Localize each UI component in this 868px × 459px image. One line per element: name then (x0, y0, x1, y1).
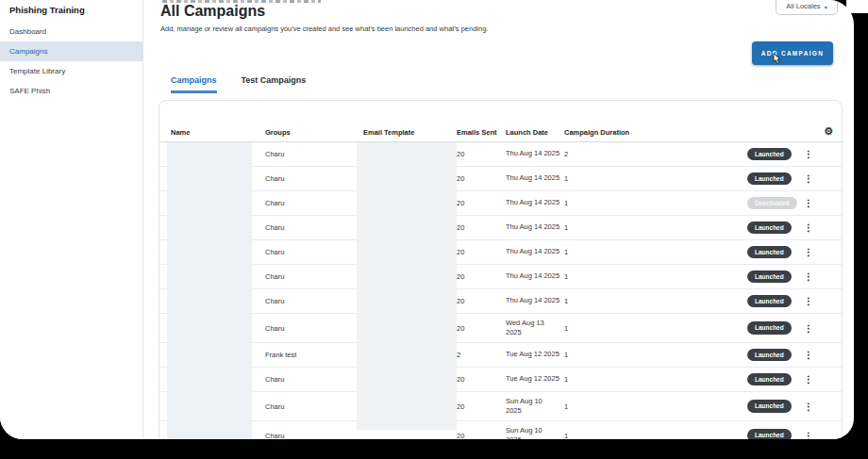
cell-emails-sent: 20 (457, 174, 506, 183)
cell-emails-sent: 2 (457, 351, 506, 359)
sidebar-title: Phishing Training (0, 0, 142, 22)
cell-emails-sent: 20 (457, 150, 506, 158)
cell-duration: 1 (564, 248, 747, 256)
row-menu-icon[interactable]: ⋮ (804, 402, 813, 412)
cell-duration: 1 (564, 272, 747, 281)
sidebar-item-template-library[interactable]: Template Library (0, 61, 142, 81)
cell-emails-sent: 20 (457, 272, 506, 281)
column-header-name: Name (171, 128, 265, 137)
sidebar-item-campaigns[interactable]: Campaigns (0, 41, 142, 61)
campaigns-table-card: Name Groups Email Template Emails Sent L… (159, 100, 843, 439)
campaign-rows: Charu 20 Thu Aug 14 2025 2 Launched ⋮ Ch… (159, 142, 842, 439)
table-row: Charu 20 Thu Aug 14 2025 1 Launched ⋮ (159, 289, 842, 314)
status-badge: Launched (747, 221, 792, 235)
cell-launch-date: Thu Aug 14 2025 (506, 271, 564, 281)
tab-test-campaigns[interactable]: Test Campaigns (242, 75, 307, 93)
cell-emails-sent: 20 (457, 432, 506, 440)
name-column-redaction (167, 142, 252, 439)
cell-launch-date: Thu Aug 14 2025 (506, 173, 564, 183)
locale-dropdown[interactable]: All Locales ▾ (776, 0, 838, 15)
cell-emails-sent: 20 (457, 297, 506, 305)
cell-group: Charu (265, 402, 363, 411)
cell-launch-date: Thu Aug 14 2025 (506, 247, 564, 256)
row-menu-icon[interactable]: ⋮ (804, 350, 813, 360)
status-badge: Launched (747, 295, 792, 308)
cell-launch-date: Wed Aug 13 2025 (506, 319, 564, 337)
cell-group: Charu (265, 199, 363, 207)
cell-duration: 1 (564, 174, 747, 183)
cell-launch-date: Sun Aug 10 2025 (506, 426, 564, 439)
tab-bar: Campaigns Test Campaigns (171, 75, 306, 93)
page-title: All Campaigns (160, 3, 265, 20)
status-badge: Launched (747, 429, 792, 439)
table-row: Charu 20 Wed Aug 13 2025 1 Launched ⋮ (159, 314, 842, 343)
row-menu-icon[interactable]: ⋮ (804, 323, 813, 334)
row-menu-icon[interactable]: ⋮ (804, 247, 813, 257)
row-menu-icon[interactable]: ⋮ (804, 149, 813, 159)
screenshot-corner-patch (846, 0, 868, 13)
table-header-row: Name Groups Email Template Emails Sent L… (159, 123, 842, 142)
table-row: Frank test 2 Tue Aug 12 2025 1 Launched … (159, 343, 842, 368)
row-menu-icon[interactable]: ⋮ (804, 198, 813, 208)
cell-emails-sent: 20 (457, 324, 506, 333)
status-badge: Launched (747, 400, 792, 413)
locale-dropdown-value: All Locales (786, 2, 820, 10)
row-menu-icon[interactable]: ⋮ (804, 431, 813, 440)
status-badge: Launched (747, 246, 792, 259)
chevron-down-icon: ▾ (825, 4, 827, 10)
add-campaign-button[interactable]: ADD CAMPAIGN (752, 41, 833, 65)
cell-emails-sent: 20 (457, 402, 506, 411)
status-badge: Launched (747, 349, 792, 362)
cell-emails-sent: 20 (457, 375, 506, 384)
cell-launch-date: Tue Aug 12 2025 (506, 374, 564, 384)
cell-group: Charu (265, 272, 363, 281)
cell-group: Frank test (265, 351, 363, 359)
cell-group: Charu (265, 174, 363, 183)
cell-group: Charu (265, 248, 363, 256)
cell-duration: 1 (564, 402, 747, 411)
row-menu-icon[interactable]: ⋮ (804, 173, 813, 184)
cell-duration: 1 (564, 199, 747, 207)
cell-duration: 1 (564, 432, 747, 440)
status-badge: Launched (747, 270, 792, 284)
cell-duration: 1 (564, 351, 747, 359)
table-row: Charu 20 Thu Aug 14 2025 2 Launched ⋮ (159, 142, 842, 167)
cell-duration: 1 (564, 324, 747, 333)
table-row: Charu 20 Thu Aug 14 2025 1 Launched ⋮ (159, 167, 842, 191)
sidebar: Phishing Training Dashboard Campaigns Te… (0, 0, 143, 439)
cell-group: Charu (265, 223, 363, 232)
cell-launch-date: Thu Aug 14 2025 (506, 296, 564, 305)
table-row: Charu MFA Update Process Verify Accou 20… (159, 421, 842, 439)
table-row: Charu 20 Thu Aug 14 2025 1 Launched ⋮ (159, 265, 842, 289)
row-menu-icon[interactable]: ⋮ (804, 271, 813, 282)
row-menu-icon[interactable]: ⋮ (804, 374, 813, 385)
cell-launch-date: Thu Aug 14 2025 (506, 198, 564, 207)
cell-duration: 1 (564, 297, 747, 305)
row-menu-icon[interactable]: ⋮ (804, 296, 813, 306)
tab-campaigns[interactable]: Campaigns (171, 75, 217, 93)
cell-group: Charu (265, 375, 363, 384)
table-row: Charu 20 Thu Aug 14 2025 1 Launched ⋮ (159, 240, 842, 265)
sidebar-item-safe-phish[interactable]: SAFE Phish (0, 81, 142, 101)
column-header-campaign-duration: Campaign Duration (564, 128, 747, 137)
cell-launch-date: Thu Aug 14 2025 (506, 149, 564, 158)
table-row: Charu 20 Thu Aug 14 2025 1 Deactivated ⋮ (159, 191, 842, 216)
column-header-groups: Groups (265, 128, 363, 137)
sidebar-item-dashboard[interactable]: Dashboard (0, 22, 142, 41)
cell-group: Charu (265, 324, 363, 333)
gear-icon[interactable]: ⚙ (824, 126, 833, 137)
row-menu-icon[interactable]: ⋮ (804, 222, 813, 233)
page-subtitle: Add, manage or review all campaigns you'… (160, 25, 488, 33)
table-row: Charu 20 Sun Aug 10 2025 1 Launched ⋮ (159, 392, 842, 421)
column-header-email-template: Email Template (363, 128, 457, 137)
table-row: Charu 20 Thu Aug 14 2025 1 Launched ⋮ (159, 216, 842, 240)
cell-emails-sent: 20 (457, 199, 506, 207)
cell-launch-date: Sun Aug 10 2025 (506, 397, 564, 416)
cell-duration: 1 (564, 375, 747, 384)
status-badge: Launched (747, 373, 792, 386)
email-template-column-redaction (357, 142, 457, 430)
card-top-spacer (159, 101, 842, 123)
cell-launch-date: Tue Aug 12 2025 (506, 350, 564, 359)
column-header-emails-sent: Emails Sent (457, 128, 506, 137)
cell-launch-date: Thu Aug 14 2025 (506, 222, 564, 232)
